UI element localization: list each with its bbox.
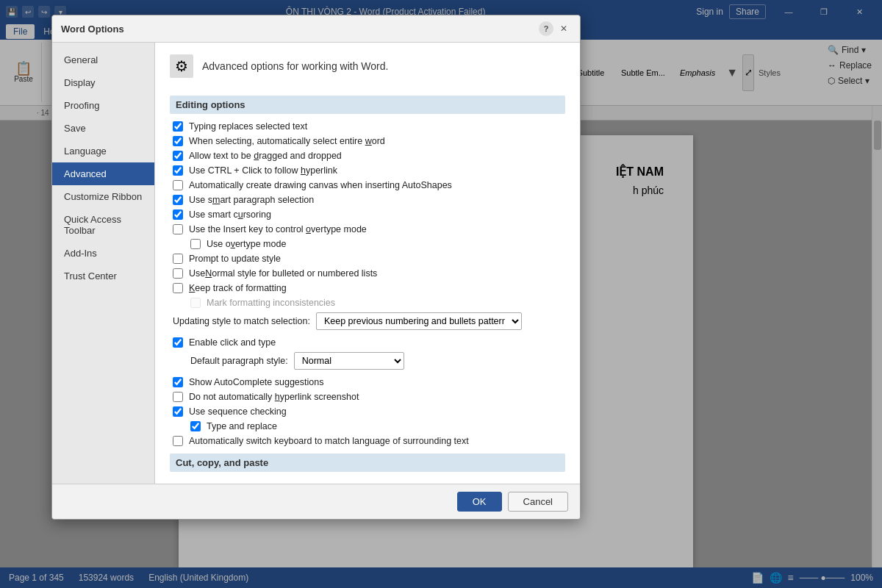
checkbox-prompt-update-input[interactable] (173, 254, 183, 264)
checkbox-click-type-label: Enable click and type (189, 337, 276, 348)
checkbox-type-replace: Type and replace (170, 421, 565, 431)
sidebar-item-proofing[interactable]: Proofing (52, 94, 154, 117)
checkbox-normal-style-label: UseNormal style for bulleted or numbered… (189, 268, 377, 279)
checkbox-smart-cursoring-input[interactable] (173, 209, 183, 220)
checkbox-typing-replaces-input[interactable] (173, 121, 183, 132)
checkbox-mark-inconsistencies: Mark formatting inconsistencies (170, 298, 565, 308)
checkbox-no-hyperlink-input[interactable] (173, 392, 183, 402)
checkbox-smart-paragraph-input[interactable] (173, 195, 183, 205)
dialog-title: Word Options (61, 24, 124, 35)
cut-copy-paste-heading: Cut, copy, and paste (170, 453, 565, 472)
checkbox-autocomplete-label: Show AutoComplete suggestions (189, 377, 323, 387)
dialog-close-btn[interactable]: ✕ (556, 21, 571, 36)
dialog-body: General Display Proofing Save Language A… (52, 43, 580, 484)
checkbox-typing-replaces: Typing replaces selected text (170, 121, 565, 132)
checkbox-track-formatting-input[interactable] (173, 283, 183, 293)
checkbox-ctrl-click-input[interactable] (173, 165, 183, 176)
sidebar-item-display[interactable]: Display (52, 71, 154, 94)
sidebar-item-language[interactable]: Language (52, 140, 154, 162)
advanced-icon: ⚙ (170, 54, 193, 78)
updating-style-row: Updating style to match selection: Keep … (170, 312, 565, 330)
checkbox-mark-inconsistencies-input[interactable] (190, 298, 201, 308)
checkbox-drawing-canvas-label: Automatically create drawing canvas when… (189, 180, 452, 190)
checkbox-drag-drop-label: Allow text to be dragged and dropped (189, 151, 342, 161)
checkbox-no-hyperlink-label: Do not automatically hyperlink screensho… (189, 392, 359, 402)
checkbox-auto-select-word: When selecting, automatically select ent… (170, 136, 565, 146)
checkbox-click-type: Enable click and type (170, 337, 565, 348)
ok-button[interactable]: OK (457, 492, 502, 512)
updating-style-label: Updating style to match selection: (173, 316, 310, 326)
checkbox-drawing-canvas: Automatically create drawing canvas when… (170, 180, 565, 190)
checkbox-normal-style-input[interactable] (173, 268, 183, 279)
sidebar-item-quick-access[interactable]: Quick Access Toolbar (52, 208, 154, 242)
word-options-dialog: Word Options ? ✕ General Display Proofin… (51, 15, 581, 520)
checkbox-track-formatting: Keep track of formatting (170, 283, 565, 293)
checkbox-auto-select-word-input[interactable] (173, 136, 183, 146)
dialog-help-btn[interactable]: ? (539, 21, 553, 36)
dialog-content-header: ⚙ Advanced options for working with Word… (170, 54, 565, 84)
cancel-button[interactable]: Cancel (508, 492, 568, 512)
checkbox-sequence-checking-input[interactable] (173, 406, 183, 417)
checkbox-insert-key-input[interactable] (173, 224, 183, 234)
default-paragraph-row: Default paragraph style: Normal Body Tex… (170, 352, 565, 370)
default-paragraph-label: Default paragraph style: (190, 356, 288, 366)
dialog-header-text: Advanced options for working with Word. (202, 60, 388, 72)
checkbox-ctrl-click: Use CTRL + Click to follow hyperlink (170, 165, 565, 176)
checkbox-sequence-checking: Use sequence checking (170, 406, 565, 417)
checkbox-auto-switch-keyboard-input[interactable] (173, 436, 183, 446)
checkbox-drag-drop: Allow text to be dragged and dropped (170, 151, 565, 161)
checkbox-prompt-update: Prompt to update style (170, 254, 565, 264)
dialog-overlay: Word Options ? ✕ General Display Proofin… (0, 0, 882, 588)
checkbox-track-formatting-label: Keep track of formatting (189, 283, 287, 293)
checkbox-prompt-update-label: Prompt to update style (189, 254, 281, 264)
checkbox-sequence-checking-label: Use sequence checking (189, 406, 287, 417)
dialog-footer: OK Cancel (52, 484, 580, 519)
updating-style-select[interactable]: Keep previous numbering and bullets patt… (316, 312, 522, 330)
checkbox-smart-cursoring: Use smart cursoring (170, 209, 565, 220)
checkbox-insert-key-label: Use the Insert key to control overtype m… (189, 224, 367, 234)
checkbox-smart-paragraph: Use smart paragraph selection (170, 195, 565, 205)
sidebar-item-general[interactable]: General (52, 49, 154, 71)
dialog-title-bar: Word Options ? ✕ (52, 15, 580, 43)
checkbox-insert-key: Use the Insert key to control overtype m… (170, 224, 565, 234)
sidebar-item-customize-ribbon[interactable]: Customize Ribbon (52, 185, 154, 208)
checkbox-overtype-input[interactable] (190, 239, 201, 249)
checkbox-auto-switch-keyboard: Automatically switch keyboard to match l… (170, 436, 565, 446)
checkbox-type-replace-input[interactable] (190, 421, 201, 431)
editing-options-heading: Editing options (170, 96, 565, 114)
dialog-controls: ? ✕ (539, 21, 571, 36)
checkbox-smart-cursoring-label: Use smart cursoring (189, 209, 271, 220)
checkbox-ctrl-click-label: Use CTRL + Click to follow hyperlink (189, 165, 337, 176)
checkbox-auto-select-word-label: When selecting, automatically select ent… (189, 136, 385, 146)
checkbox-type-replace-label: Type and replace (207, 421, 277, 431)
dialog-content: ⚙ Advanced options for working with Word… (155, 43, 580, 484)
sidebar-item-advanced[interactable]: Advanced (52, 162, 154, 185)
checkbox-overtype: Use overtype mode (170, 239, 565, 249)
sidebar-item-save[interactable]: Save (52, 117, 154, 140)
checkbox-mark-inconsistencies-label: Mark formatting inconsistencies (207, 298, 335, 308)
checkbox-overtype-label: Use overtype mode (207, 239, 286, 249)
checkbox-autocomplete-input[interactable] (173, 377, 183, 387)
checkbox-auto-switch-keyboard-label: Automatically switch keyboard to match l… (189, 436, 469, 446)
checkbox-typing-replaces-label: Typing replaces selected text (189, 121, 307, 132)
sidebar-item-trust-center[interactable]: Trust Center (52, 265, 154, 287)
checkbox-drawing-canvas-input[interactable] (173, 180, 183, 190)
checkbox-drag-drop-input[interactable] (173, 151, 183, 161)
checkbox-autocomplete: Show AutoComplete suggestions (170, 377, 565, 387)
default-paragraph-select[interactable]: Normal Body Text Heading 1 Heading 2 (294, 352, 404, 370)
checkbox-smart-paragraph-label: Use smart paragraph selection (189, 195, 314, 205)
checkbox-click-type-input[interactable] (173, 337, 183, 348)
checkbox-no-hyperlink: Do not automatically hyperlink screensho… (170, 392, 565, 402)
sidebar-item-addins[interactable]: Add-Ins (52, 242, 154, 265)
dialog-sidebar: General Display Proofing Save Language A… (52, 43, 155, 484)
checkbox-normal-style: UseNormal style for bulleted or numbered… (170, 268, 565, 279)
